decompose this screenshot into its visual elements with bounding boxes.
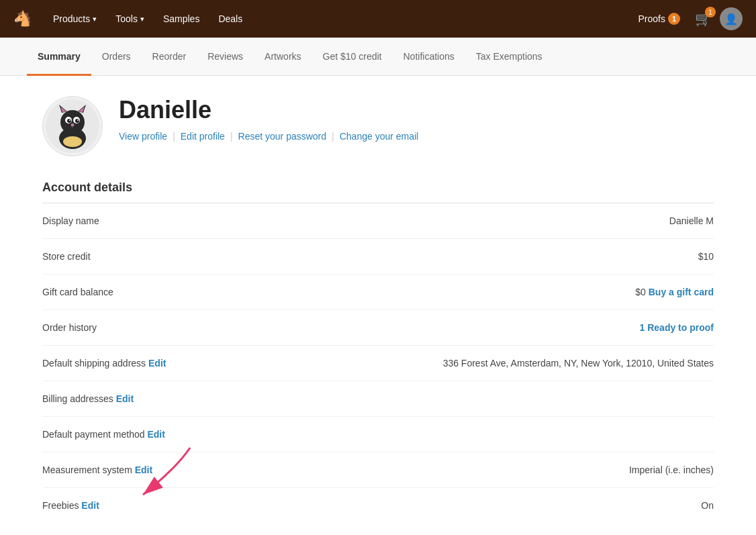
tab-summary[interactable]: Summary: [27, 38, 91, 76]
row-gift-card: Gift card balance $0 Buy a gift card: [42, 275, 714, 310]
avatar-image: [46, 99, 99, 153]
tabs-bar: Summary Orders Reorder Reviews Artworks …: [0, 38, 756, 76]
tab-tax-exemptions[interactable]: Tax Exemptions: [465, 38, 553, 76]
row-measurement-system: Measurement system Edit Imperial (i.e. i…: [42, 452, 714, 488]
row-shipping-address: Default shipping address Edit 336 Forest…: [42, 346, 714, 381]
svg-point-12: [77, 119, 79, 121]
svg-point-2: [60, 110, 85, 134]
label-gift-card: Gift card balance: [42, 287, 113, 297]
avatar: [42, 96, 103, 156]
row-freebies: Freebies Edit On: [42, 488, 714, 523]
user-header: Danielle View profile | Edit profile | R…: [42, 96, 714, 156]
svg-point-11: [69, 119, 70, 121]
nav-tools[interactable]: Tools: [107, 8, 152, 30]
profile-links: View profile | Edit profile | Reset your…: [119, 131, 418, 142]
value-store-credit: $10: [698, 251, 714, 262]
tab-artworks[interactable]: Artworks: [254, 38, 312, 76]
value-display-name: Danielle M: [669, 215, 714, 226]
label-freebies: Freebies Edit: [42, 500, 99, 511]
label-payment-method: Default payment method Edit: [42, 429, 165, 440]
ready-to-proof-link[interactable]: 1 Ready to proof: [640, 322, 714, 333]
cart-button[interactable]: 🛒 1: [695, 11, 712, 27]
label-shipping-address: Default shipping address Edit: [42, 358, 166, 369]
svg-point-13: [71, 124, 75, 126]
value-gift-card: $0 Buy a gift card: [635, 287, 714, 297]
nav-deals[interactable]: Deals: [210, 8, 250, 30]
proofs-button[interactable]: Proofs 1: [632, 9, 687, 29]
sep2: |: [230, 131, 233, 142]
account-details-title: Account details: [42, 181, 714, 195]
row-store-credit: Store credit $10: [42, 239, 714, 275]
cart-badge: 1: [705, 7, 716, 17]
tab-orders[interactable]: Orders: [91, 38, 142, 76]
edit-shipping-link[interactable]: Edit: [148, 358, 166, 369]
value-measurement-system: Imperial (i.e. inches): [629, 465, 714, 475]
edit-measurement-link[interactable]: Edit: [135, 465, 152, 475]
value-freebies: On: [701, 500, 714, 511]
svg-point-14: [63, 136, 82, 147]
label-display-name: Display name: [42, 215, 99, 226]
change-email-link[interactable]: Change your email: [340, 131, 419, 142]
nav-products[interactable]: Products: [45, 8, 105, 30]
brand-logo[interactable]: 🐴: [13, 10, 32, 28]
label-order-history: Order history: [42, 322, 97, 333]
value-shipping-address: 336 Forest Ave, Amsterdam, NY, New York,…: [443, 358, 714, 369]
tab-notifications[interactable]: Notifications: [393, 38, 465, 76]
nav-right: Proofs 1 🛒 1 👤: [632, 7, 743, 30]
nav-links: Products Tools Samples Deals: [45, 8, 632, 30]
view-profile-link[interactable]: View profile: [119, 131, 167, 142]
edit-profile-link[interactable]: Edit profile: [181, 131, 225, 142]
top-navigation: 🐴 Products Tools Samples Deals Proofs 1 …: [0, 0, 756, 38]
row-display-name: Display name Danielle M: [42, 203, 714, 239]
user-menu-button[interactable]: 👤: [720, 7, 743, 30]
row-billing-addresses: Billing addresses Edit: [42, 381, 714, 417]
nav-samples[interactable]: Samples: [155, 8, 207, 30]
reset-password-link[interactable]: Reset your password: [238, 131, 327, 142]
row-order-history: Order history 1 Ready to proof: [42, 310, 714, 346]
proofs-label: Proofs: [639, 13, 665, 24]
edit-billing-link[interactable]: Edit: [116, 393, 134, 404]
edit-freebies-link[interactable]: Edit: [81, 500, 99, 511]
user-info: Danielle View profile | Edit profile | R…: [119, 96, 418, 142]
row-payment-method: Default payment method Edit: [42, 417, 714, 452]
sep3: |: [332, 131, 334, 142]
account-details-section: Account details Display name Danielle M …: [42, 181, 714, 523]
sep1: |: [173, 131, 175, 142]
gift-card-amount: $0: [635, 287, 646, 297]
user-name: Danielle: [119, 96, 418, 124]
proofs-badge: 1: [668, 13, 680, 25]
tab-reviews[interactable]: Reviews: [197, 38, 254, 76]
svg-point-9: [67, 119, 71, 123]
label-store-credit: Store credit: [42, 251, 91, 262]
edit-payment-link[interactable]: Edit: [147, 429, 164, 440]
buy-gift-card-link[interactable]: Buy a gift card: [649, 287, 714, 297]
tab-get-credit[interactable]: Get $10 credit: [312, 38, 393, 76]
label-billing-addresses: Billing addresses Edit: [42, 393, 134, 404]
tab-reorder[interactable]: Reorder: [142, 38, 197, 76]
svg-point-10: [75, 119, 79, 123]
value-order-history: 1 Ready to proof: [640, 322, 714, 333]
main-content: Danielle View profile | Edit profile | R…: [15, 76, 741, 535]
label-measurement-system: Measurement system Edit: [42, 465, 152, 475]
